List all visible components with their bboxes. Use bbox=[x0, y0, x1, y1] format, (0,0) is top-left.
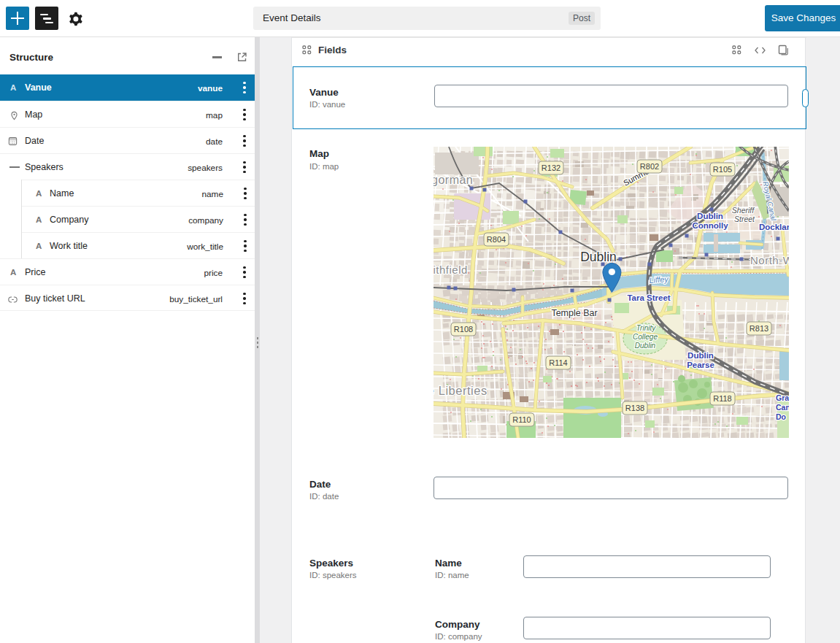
svg-text:Dublin: Dublin bbox=[687, 351, 714, 360]
svg-text:R118: R118 bbox=[713, 394, 731, 403]
svg-text:Gra: Gra bbox=[776, 393, 789, 402]
svg-text:R114: R114 bbox=[549, 358, 567, 367]
svg-text:Liffey: Liffey bbox=[649, 274, 670, 285]
svg-text:R132: R132 bbox=[542, 163, 560, 172]
svg-text:Can: Can bbox=[776, 403, 789, 412]
svg-text:North-Wall: North-Wall bbox=[750, 254, 789, 266]
svg-text:Temple Bar: Temple Bar bbox=[551, 308, 597, 318]
svg-text:Sheriff: Sheriff bbox=[732, 206, 755, 215]
svg-text:gorman: gorman bbox=[434, 174, 473, 186]
svg-text:R804: R804 bbox=[487, 235, 506, 244]
svg-text:Connolly: Connolly bbox=[692, 221, 728, 230]
svg-text:Do: Do bbox=[776, 412, 786, 421]
svg-text:R105: R105 bbox=[713, 165, 732, 174]
svg-text:Dublin: Dublin bbox=[580, 250, 617, 264]
svg-text:R813: R813 bbox=[750, 324, 768, 333]
svg-text:Street: Street bbox=[734, 215, 755, 223]
svg-text:Dublin: Dublin bbox=[697, 212, 723, 220]
svg-text:Trinity: Trinity bbox=[636, 324, 656, 332]
svg-text:Pearse: Pearse bbox=[687, 361, 714, 369]
svg-text:Dublin: Dublin bbox=[635, 342, 656, 350]
svg-text:R138: R138 bbox=[625, 404, 644, 412]
svg-text:e Liberties: e Liberties bbox=[434, 384, 488, 397]
svg-text:College: College bbox=[633, 333, 658, 341]
svg-text:Smithfield: Smithfield bbox=[434, 263, 468, 276]
svg-text:R108: R108 bbox=[454, 325, 473, 334]
svg-text:R802: R802 bbox=[640, 162, 659, 171]
svg-text:Tara Street: Tara Street bbox=[627, 293, 670, 302]
svg-text:Docklands: Docklands bbox=[759, 223, 789, 231]
svg-text:R110: R110 bbox=[512, 415, 531, 424]
